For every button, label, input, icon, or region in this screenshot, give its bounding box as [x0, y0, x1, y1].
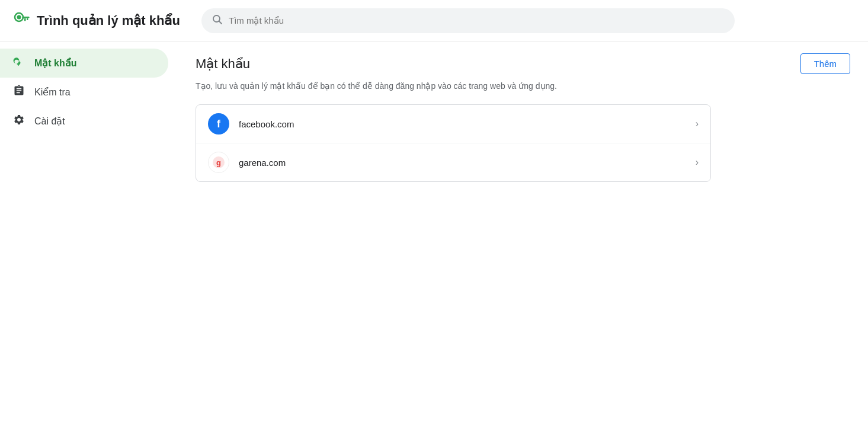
svg-rect-3	[27, 18, 28, 21]
content-header: Mật khẩu Thêm	[196, 53, 850, 74]
search-icon	[212, 14, 223, 27]
clipboard-icon	[12, 85, 26, 100]
content-area: Mật khẩu Thêm Tạo, lưu và quản lý mật kh…	[178, 41, 868, 445]
facebook-icon: f	[208, 113, 229, 135]
sidebar-label-settings: Cài đặt	[34, 116, 65, 127]
search-bar[interactable]	[201, 8, 735, 33]
search-input[interactable]	[229, 15, 724, 25]
content-description: Tạo, lưu và quản lý mật khẩu để bạn có t…	[196, 80, 850, 92]
sidebar-item-settings[interactable]: Cài đặt	[0, 107, 168, 136]
app-logo-area: Trình quản lý mật khẩu	[12, 9, 190, 32]
svg-line-6	[219, 21, 222, 24]
top-bar: Trình quản lý mật khẩu	[0, 0, 868, 41]
chevron-right-icon: ›	[696, 119, 699, 129]
chevron-right-icon-2: ›	[696, 157, 699, 168]
facebook-domain: facebook.com	[239, 119, 696, 129]
svg-point-1	[17, 15, 21, 20]
sidebar-label-passwords: Mật khẩu	[34, 57, 77, 69]
sidebar: Mật khẩu Kiểm tra Cài đặt	[0, 41, 178, 445]
app-logo-icon	[12, 9, 31, 32]
svg-rect-2	[23, 17, 30, 18]
sidebar-label-checkup: Kiểm tra	[34, 87, 71, 98]
garena-icon: g	[208, 152, 229, 173]
logo-key-icon	[12, 9, 31, 28]
add-password-button[interactable]: Thêm	[800, 53, 850, 74]
sidebar-item-checkup[interactable]: Kiểm tra	[0, 78, 168, 107]
page-title: Mật khẩu	[196, 56, 250, 72]
password-item-facebook[interactable]: f facebook.com ›	[196, 105, 710, 143]
svg-rect-4	[24, 18, 26, 21]
password-item-garena[interactable]: g garena.com ›	[196, 143, 710, 181]
svg-text:g: g	[216, 158, 221, 167]
password-list: f facebook.com › g garena.com ›	[196, 104, 711, 182]
sidebar-item-passwords[interactable]: Mật khẩu	[0, 49, 168, 78]
main-layout: Mật khẩu Kiểm tra Cài đặt Mật khẩu Thê	[0, 41, 868, 445]
key-icon	[12, 56, 26, 71]
garena-domain: garena.com	[239, 158, 696, 168]
app-title: Trình quản lý mật khẩu	[37, 13, 180, 28]
gear-icon	[12, 114, 26, 129]
